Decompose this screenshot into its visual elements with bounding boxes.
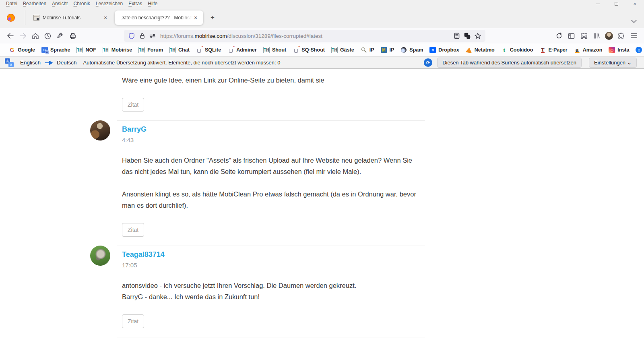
wrench-icon xyxy=(57,33,64,39)
bookmark-chat[interactable]: THChat xyxy=(166,45,193,54)
bookmark-sqlite[interactable]: SQLite xyxy=(193,45,224,54)
restore-icon xyxy=(615,2,618,6)
close-button[interactable]: × xyxy=(625,0,644,7)
tab-mobirise-tutorials[interactable]: Mobirise Tutorials × xyxy=(29,10,113,25)
bookmark-ip-locator[interactable]: MIP xyxy=(378,45,398,54)
post-timestamp[interactable]: 17:05 xyxy=(122,262,437,269)
bookmark-gaeste[interactable]: THGäste xyxy=(328,45,357,54)
reload-button[interactable] xyxy=(553,30,565,42)
bookmark-label: Google xyxy=(18,47,35,53)
sidebar-toggle-button[interactable] xyxy=(565,30,578,42)
quote-button[interactable]: Zitat xyxy=(122,314,144,328)
library-button[interactable] xyxy=(590,30,603,42)
dropbox-icon: ❖ xyxy=(429,47,436,53)
bookmark-sprache[interactable]: GSprache xyxy=(38,45,73,54)
bookmark-mobirise[interactable]: THMobirise xyxy=(99,45,135,54)
menu-datei[interactable]: Datei xyxy=(3,0,20,7)
history-button[interactable] xyxy=(41,30,54,42)
screenshot-button[interactable] xyxy=(578,30,590,42)
bookmark-label: Sprache xyxy=(50,47,70,53)
app-menu-button[interactable] xyxy=(627,30,640,42)
bookmark-label: Mobirise xyxy=(111,47,132,53)
menu-extras[interactable]: Extras xyxy=(126,0,145,7)
forward-icon xyxy=(19,33,27,39)
bookmark-adminer[interactable]: Adminer xyxy=(224,45,260,54)
bookmark-label: Spam xyxy=(409,47,423,53)
quote-button[interactable]: Zitat xyxy=(122,98,144,112)
bookmark-forum[interactable]: THForum xyxy=(135,45,166,54)
post-paragraph: Haben Sie auch den Ordner "Assets" als f… xyxy=(122,155,424,177)
menu-lesezeichen[interactable]: Lesezeichen xyxy=(93,0,126,7)
lock-icon[interactable] xyxy=(137,31,147,41)
tab-dateien-beschaedigt[interactable]: Dateien beschädigt??? - Mobirise Fo × xyxy=(115,10,203,25)
tab-close-icon[interactable]: × xyxy=(102,14,109,21)
post-line: antonsvideo - ich versuche jetzt Ihren V… xyxy=(122,280,424,291)
avatar[interactable] xyxy=(90,246,110,266)
bookmark-cookidoo[interactable]: tCookidoo xyxy=(498,45,537,54)
avatar[interactable] xyxy=(90,120,110,141)
minimize-button[interactable] xyxy=(588,0,607,7)
sidebar-icon xyxy=(568,33,575,39)
sq-shout-icon xyxy=(293,47,299,53)
quote-button[interactable]: Zitat xyxy=(122,223,144,237)
account-button[interactable] xyxy=(603,30,615,42)
extensions-button[interactable] xyxy=(615,30,627,42)
bookmark-netatmo[interactable]: Netatmo xyxy=(462,45,498,54)
bookmark-spam[interactable]: Spam xyxy=(397,45,426,54)
bookmark-sq-shout[interactable]: SQ-Shout xyxy=(289,45,328,54)
ip-locator-icon: M xyxy=(381,47,387,53)
bookmark-label: Gäste xyxy=(340,47,354,53)
menu-ansicht[interactable]: Ansicht xyxy=(49,0,70,7)
url-bar[interactable]: https://forums.mobirise.com/discussion/3… xyxy=(124,30,485,42)
bookmark-epaper[interactable]: TE-Paper xyxy=(536,45,570,54)
netatmo-icon xyxy=(466,47,472,53)
post-author-link[interactable]: Teagal83714 xyxy=(122,250,437,259)
firefox-logo-button[interactable] xyxy=(4,11,18,25)
menu-hilfe[interactable]: Hilfe xyxy=(145,0,160,7)
post-author-link[interactable]: BarryG xyxy=(122,125,437,134)
post-teagal83714: Teagal83714 17:05 antonsvideo - ich vers… xyxy=(90,246,437,337)
translate-arrow-icon xyxy=(45,61,53,65)
translate-page-button[interactable] xyxy=(462,31,473,41)
bookmark-insta[interactable]: Insta xyxy=(605,45,632,54)
bookmark-amazon[interactable]: aAmazon xyxy=(571,45,606,54)
library-icon xyxy=(593,33,600,39)
restore-button[interactable] xyxy=(607,0,625,7)
menu-bearbeiten[interactable]: Bearbeiten xyxy=(20,0,49,7)
bookmark-star-icon[interactable] xyxy=(473,31,483,41)
bookmark-nof[interactable]: THNOF xyxy=(73,45,99,54)
bookmark-label: SQ-Shout xyxy=(301,47,325,53)
tab-title: Dateien beschädigt??? - Mobirise Fo xyxy=(120,15,192,21)
bookmark-fb[interactable]: fFB xyxy=(632,45,644,54)
discussion-thread: Wäre eine gute Idee, einen Link zur Onli… xyxy=(90,69,437,337)
post-timestamp[interactable]: 4:43 xyxy=(122,136,437,143)
tab-close-icon[interactable]: × xyxy=(192,14,199,21)
permissions-icon[interactable] xyxy=(147,31,158,41)
url-input[interactable]: https://forums.mobirise.com/discussion/3… xyxy=(160,33,452,39)
back-button[interactable] xyxy=(4,30,17,42)
auto-translate-tab-button[interactable]: Diesen Tab während des Surfens automatis… xyxy=(437,58,582,68)
translation-settings-button[interactable]: Einstellungen⌄ xyxy=(589,58,637,68)
bookmark-google[interactable]: GGoogle xyxy=(6,45,38,54)
previous-post-partial-text: Wäre eine gute Idee, einen Link zur Onli… xyxy=(122,74,424,86)
post-body: Haben Sie auch den Ordner "Assets" als f… xyxy=(122,155,424,211)
developer-tools-button[interactable] xyxy=(54,30,66,42)
bookmark-shout[interactable]: THShout xyxy=(260,45,289,54)
list-all-tabs-button[interactable] xyxy=(628,15,640,27)
menu-chronik[interactable]: Chronik xyxy=(70,0,93,7)
content-column-border xyxy=(437,69,437,341)
new-tab-button[interactable]: + xyxy=(206,12,219,24)
amazon-icon: a xyxy=(574,47,580,53)
home-button[interactable] xyxy=(29,30,41,42)
bookmark-ip-lookup[interactable]: IP xyxy=(357,45,378,54)
tab-title: Mobirise Tutorials xyxy=(43,15,102,21)
bookmark-dropbox[interactable]: ❖Dropbox xyxy=(426,45,462,54)
minimize-icon xyxy=(596,4,600,4)
reader-view-button[interactable] xyxy=(452,31,462,41)
post-line: BarryG - danke... Ich werde das in Zukun… xyxy=(122,291,424,302)
hamburger-menu-icon xyxy=(631,33,637,38)
forward-button[interactable] xyxy=(17,30,29,42)
print-button[interactable] xyxy=(66,30,79,42)
tracking-protection-shield-icon[interactable] xyxy=(126,31,137,41)
bookmark-label: E-Paper xyxy=(548,47,567,53)
